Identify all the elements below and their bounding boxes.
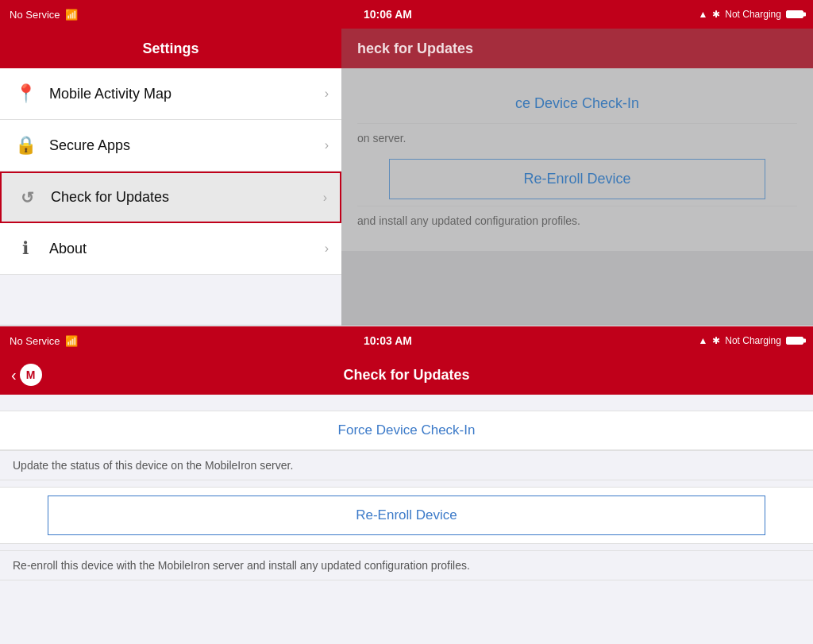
info-icon: ℹ xyxy=(13,236,38,261)
top-spacer xyxy=(0,395,813,411)
app-logo: M xyxy=(20,364,42,386)
bottom-not-charging-label: Not Charging xyxy=(725,335,781,346)
bottom-status-left: No Service 📶 xyxy=(10,335,78,347)
bottom-status-right: ▲ ✱ Not Charging xyxy=(698,335,803,346)
bottom-bluetooth-icon: ✱ xyxy=(712,335,720,346)
not-charging-label: Not Charging xyxy=(725,9,781,20)
force-checkin-link[interactable]: Force Device Check-In xyxy=(0,411,813,449)
app-logo-letter: M xyxy=(26,368,36,381)
reenroll-description: Re-enroll this device with the MobileIro… xyxy=(0,550,813,580)
bluetooth-icon: ✱ xyxy=(712,9,720,20)
top-status-right: ▲ ✱ Not Charging xyxy=(698,9,803,20)
settings-title: Settings xyxy=(142,40,198,57)
refresh-icon: ↺ xyxy=(14,185,40,210)
back-button[interactable]: ‹ M xyxy=(11,364,42,386)
chevron-right-icon-4: › xyxy=(325,241,329,256)
right-force-description: on server. xyxy=(357,123,797,152)
top-nav-bar: Settings xyxy=(0,29,341,68)
about-label: About xyxy=(49,241,325,257)
wifi-icon: 📶 xyxy=(65,9,78,21)
reenroll-link[interactable]: Re-Enroll Device xyxy=(48,496,765,535)
secure-apps-label: Secure Apps xyxy=(49,137,325,154)
map-pin-icon: 📍 xyxy=(13,81,38,106)
top-status-left: No Service 📶 xyxy=(10,9,78,21)
settings-item-mobile-activity-map[interactable]: 📍 Mobile Activity Map › xyxy=(0,68,341,120)
chevron-right-icon-3: › xyxy=(323,191,327,205)
force-checkin-description: Update the status of this device on the … xyxy=(0,450,813,480)
check-for-updates-label: Check for Updates xyxy=(51,189,323,206)
location-icon: ▲ xyxy=(698,9,707,20)
reenroll-section: Re-Enroll Device xyxy=(0,487,813,544)
lock-icon: 🔒 xyxy=(13,133,38,158)
bottom-nav-bar: ‹ M Check for Updates xyxy=(0,355,813,395)
top-screen: No Service 📶 10:06 AM ▲ ✱ Not Charging S… xyxy=(0,0,813,326)
right-reenroll-label: Re-Enroll Device xyxy=(389,159,765,199)
right-force-checkin-label: ce Device Check-In xyxy=(357,84,797,123)
chevron-right-icon-1: › xyxy=(325,87,329,101)
top-time: 10:06 AM xyxy=(364,8,412,21)
bottom-nav-title: Check for Updates xyxy=(343,367,469,384)
bottom-wifi-icon: 📶 xyxy=(65,335,78,347)
bottom-battery-icon xyxy=(786,337,803,345)
bottom-screen: No Service 📶 10:03 AM ▲ ✱ Not Charging ‹… xyxy=(0,326,813,644)
right-reenroll-description: and install any updated configuration pr… xyxy=(357,206,797,235)
bottom-location-icon: ▲ xyxy=(698,335,707,346)
force-checkin-section: Force Device Check-In xyxy=(0,411,813,450)
right-panel-content: ce Device Check-In on server. Re-Enroll … xyxy=(341,68,813,251)
bottom-time: 10:03 AM xyxy=(364,334,412,347)
bottom-status-bar: No Service 📶 10:03 AM ▲ ✱ Not Charging xyxy=(0,326,813,355)
no-service-label: No Service xyxy=(10,9,60,21)
top-status-bar: No Service 📶 10:06 AM ▲ ✱ Not Charging xyxy=(0,0,813,29)
settings-item-check-for-updates[interactable]: ↺ Check for Updates › xyxy=(0,172,341,223)
right-nav-title: heck for Updates xyxy=(357,40,473,57)
settings-item-about[interactable]: ℹ About › xyxy=(0,223,341,275)
battery-icon xyxy=(786,10,803,18)
right-panel-nav: heck for Updates xyxy=(341,29,813,68)
back-chevron-icon: ‹ xyxy=(11,366,17,384)
chevron-right-icon-2: › xyxy=(325,138,329,152)
mobile-activity-map-label: Mobile Activity Map xyxy=(49,86,325,102)
settings-item-secure-apps[interactable]: 🔒 Secure Apps › xyxy=(0,120,341,172)
settings-list: 📍 Mobile Activity Map › 🔒 Secure Apps › … xyxy=(0,68,341,275)
bottom-no-service-label: No Service xyxy=(10,335,60,347)
